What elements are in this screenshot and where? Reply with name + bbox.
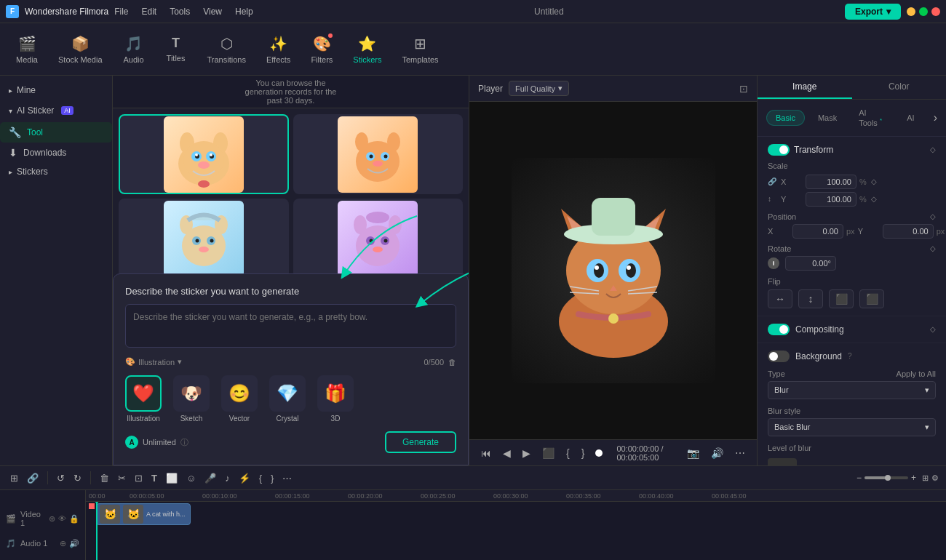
loop-end-button[interactable]: } [579, 446, 588, 460]
maximize-button[interactable] [919, 7, 928, 16]
tl-speed-button[interactable]: ⚡ [236, 471, 253, 485]
tl-split-button[interactable]: { [256, 471, 265, 485]
preview-settings-icon[interactable]: ⊡ [739, 83, 748, 95]
step-back-button[interactable]: ◀ [500, 446, 514, 460]
scale-x-input[interactable] [806, 175, 856, 189]
toolbar-transitions[interactable]: ⬡ Transitions [199, 31, 255, 68]
tl-text-button[interactable]: T [148, 471, 160, 485]
flip-v-button[interactable]: ↕ [798, 289, 823, 308]
generate-button[interactable]: Generate [385, 431, 456, 453]
subtab-more-icon[interactable]: › [934, 111, 937, 124]
audio-track-mute-button[interactable]: 🔊 [69, 539, 79, 548]
menu-file[interactable]: File [114, 7, 128, 17]
subtab-ai[interactable]: AI [898, 111, 923, 125]
zoom-out-button[interactable]: − [856, 473, 862, 483]
track-eye-button[interactable]: 👁 [58, 514, 66, 524]
toolbar-stock[interactable]: 📦 Stock Media [49, 31, 111, 68]
scale-x-keyframe[interactable]: ◇ [871, 177, 877, 185]
clear-icon[interactable]: 🗑 [448, 358, 456, 367]
tl-shape-button[interactable]: ⬜ [163, 471, 180, 485]
video-clip-1[interactable]: 🐱 🐱 A cat with h... [96, 503, 191, 525]
sticker-cell-1[interactable] [119, 114, 289, 194]
rotate-input[interactable] [785, 256, 836, 271]
sidebar-item-downloads[interactable]: ⬇ Downloads [0, 143, 112, 163]
sticker-cell-3[interactable] [119, 199, 289, 279]
style-crystal[interactable]: 💎 Crystal [269, 375, 306, 423]
menu-edit[interactable]: Edit [142, 7, 157, 17]
zoom-in-button[interactable]: + [911, 473, 916, 483]
close-button[interactable] [931, 7, 940, 16]
toolbar-stickers[interactable]: ⭐ Stickers [344, 31, 390, 68]
toolbar-media[interactable]: 🎬 Media [7, 31, 47, 68]
toolbar-effects[interactable]: ✨ Effects [258, 31, 299, 68]
subtab-ai-tools[interactable]: AI Tools * [850, 105, 894, 130]
subtab-mask[interactable]: Mask [809, 111, 846, 125]
sticker-cell-4[interactable] [293, 199, 464, 279]
tab-image[interactable]: Image [758, 76, 852, 99]
toolbar-templates[interactable]: ⊞ Templates [393, 31, 447, 68]
compositing-toggle[interactable] [768, 324, 790, 335]
flip-3-button[interactable]: ⬛ [829, 289, 854, 308]
subtab-basic[interactable]: Basic [766, 110, 805, 126]
blur-style-select[interactable]: Basic Blur ▾ [768, 418, 936, 436]
menu-view[interactable]: View [203, 7, 222, 17]
flip-h-button[interactable]: ↔ [768, 289, 792, 308]
volume-button[interactable]: 🔊 [708, 446, 726, 460]
tl-link-button[interactable]: 🔗 [24, 471, 41, 485]
position-keyframe[interactable]: ◇ [930, 212, 936, 220]
tl-music-button[interactable]: ♪ [222, 471, 233, 485]
background-toggle[interactable] [768, 351, 790, 362]
tl-sticker-button[interactable]: ☺ [183, 471, 199, 485]
flip-4-button[interactable]: ⬛ [859, 289, 884, 308]
rotate-dial[interactable] [768, 257, 779, 269]
style-vector[interactable]: 😊 Vector [221, 375, 258, 423]
toolbar-titles[interactable]: T Titles [156, 31, 196, 67]
ai-describe-input[interactable] [125, 304, 456, 348]
style-sketch[interactable]: 🐶 Sketch [173, 375, 210, 423]
background-help-icon[interactable]: ? [848, 352, 852, 360]
tl-redo-button[interactable]: ↻ [71, 471, 84, 485]
zoom-slider[interactable] [864, 476, 908, 479]
settings-button[interactable]: ⚙ [931, 473, 939, 483]
tab-color[interactable]: Color [852, 76, 947, 99]
tl-undo-button[interactable]: ↺ [54, 471, 68, 485]
menu-tools[interactable]: Tools [170, 7, 190, 17]
menu-help[interactable]: Help [235, 7, 253, 17]
tl-add-track-button[interactable]: ⊞ [7, 471, 21, 485]
export-button[interactable]: Export ▾ [845, 4, 901, 20]
tl-merge-button[interactable]: } [268, 471, 277, 485]
style-3d[interactable]: 🎁 3D [317, 375, 354, 423]
transform-toggle[interactable] [768, 144, 790, 156]
grid-button[interactable]: ⊞ [922, 473, 929, 483]
play-button[interactable]: ▶ [520, 446, 533, 460]
sidebar-item-ai-sticker[interactable]: ▾ AI Sticker AI [0, 102, 112, 119]
type-select[interactable]: Blur ▾ [768, 381, 936, 399]
position-x-input[interactable] [792, 224, 843, 239]
tl-more-button[interactable]: ⋯ [279, 471, 295, 485]
quality-select[interactable]: Full Quality ▾ [509, 81, 569, 96]
tl-cut-button[interactable]: ✂ [115, 471, 129, 485]
toolbar-filters[interactable]: 🎨 Filters [302, 31, 341, 68]
toolbar-audio[interactable]: 🎵 Audio [114, 31, 154, 68]
compositing-keyframe-icon[interactable]: ◇ [930, 325, 936, 333]
step-forward-button[interactable]: ⬛ [539, 446, 557, 460]
tl-delete-button[interactable]: 🗑 [97, 471, 112, 485]
sidebar-item-stickers[interactable]: ▸ Stickers [0, 163, 112, 180]
audio-track-add-button[interactable]: ⊕ [60, 539, 66, 548]
minimize-button[interactable] [907, 7, 915, 16]
tl-mic-button[interactable]: 🎤 [202, 471, 219, 485]
track-add-button[interactable]: ⊕ [49, 514, 55, 524]
snapshot-button[interactable]: 📷 [684, 446, 702, 460]
more-controls-button[interactable]: ⋯ [732, 446, 748, 460]
scale-y-keyframe[interactable]: ◇ [871, 195, 877, 203]
skip-back-button[interactable]: ⏮ [478, 446, 494, 460]
tl-crop-button[interactable]: ⊡ [132, 471, 146, 485]
track-lock-button[interactable]: 🔒 [69, 514, 79, 524]
position-y-input[interactable] [883, 224, 934, 239]
transform-keyframe-icon[interactable]: ◇ [930, 145, 936, 153]
style-illustration[interactable]: ❤️ Illustration [125, 375, 162, 423]
rotate-keyframe[interactable]: ◇ [930, 244, 936, 252]
sidebar-item-tool[interactable]: 🔧 Tool [0, 122, 112, 143]
sticker-cell-2[interactable] [293, 114, 464, 194]
loop-start-button[interactable]: { [563, 446, 573, 460]
